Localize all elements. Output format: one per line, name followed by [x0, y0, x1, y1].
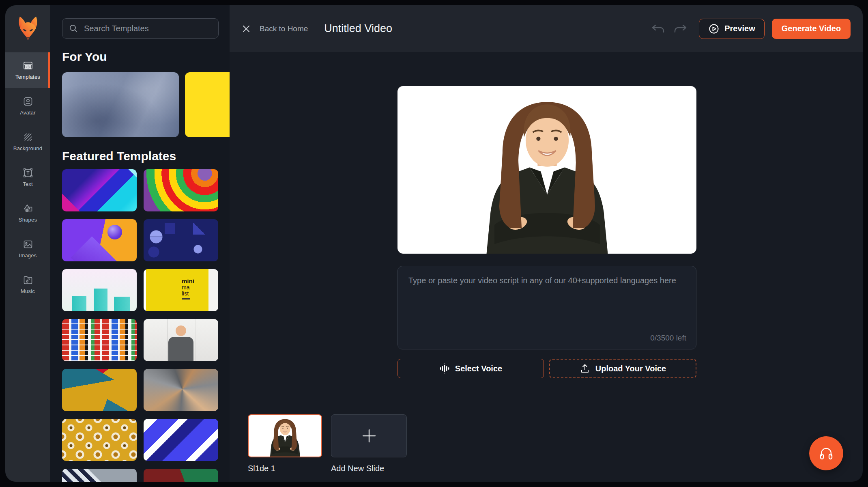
video-title[interactable]: Untitled Video [324, 22, 392, 35]
sidebar-item-shapes[interactable]: Shapes [5, 195, 50, 231]
slide-1-thumbnail[interactable] [248, 414, 322, 457]
template-thumbnail-yellow-fold[interactable] [185, 72, 230, 137]
template-thumbnail-rainbow-arcs[interactable] [144, 169, 218, 211]
for-you-row [62, 72, 230, 137]
search-icon [69, 24, 78, 33]
undo-icon[interactable] [651, 23, 666, 35]
app-logo[interactable] [5, 5, 50, 52]
template-thumbnail-navy-shapes[interactable] [144, 219, 218, 261]
waveform-icon [439, 363, 450, 374]
back-to-home-link[interactable]: Back to Home [260, 24, 308, 33]
plus-icon [360, 427, 378, 445]
search-box [62, 18, 219, 39]
upload-voice-label: Upload Your Voice [595, 364, 666, 373]
shapes-icon [23, 203, 33, 214]
template-thumbnail-presenter-photo[interactable] [144, 319, 218, 361]
slide-item: Sl1de 1 [248, 414, 322, 473]
sidebar-item-label: Music [21, 288, 35, 294]
main-area: Back to Home Untitled Video Preview Gene… [230, 5, 863, 482]
play-circle-icon [708, 23, 720, 34]
featured-title: Featured Templates [62, 149, 176, 163]
sidebar-item-label: Templates [15, 74, 40, 80]
topbar-actions: Preview Generate Video [651, 19, 851, 39]
fox-logo-icon [17, 16, 39, 41]
upload-icon [580, 363, 590, 374]
script-input[interactable] [398, 266, 696, 349]
template-thumbnail-color-bricks[interactable] [62, 319, 137, 361]
sidebar-item-background[interactable]: Background [5, 124, 50, 159]
sidebar-item-label: Background [13, 145, 42, 151]
close-icon[interactable] [242, 24, 251, 33]
images-icon [23, 239, 33, 250]
select-voice-label: Select Voice [455, 364, 502, 373]
sidebar-item-music[interactable]: Music [5, 267, 50, 302]
generate-video-button[interactable]: Generate Video [772, 19, 851, 39]
slide-avatar-image [256, 415, 315, 457]
preview-button[interactable]: Preview [699, 19, 765, 39]
script-box: 0/3500 left [397, 266, 696, 349]
for-you-title: For You [62, 50, 107, 64]
text-icon [23, 168, 33, 178]
sidebar-item-label: Avatar [20, 110, 36, 116]
add-new-slide-label: Add New Slide [331, 464, 407, 473]
sidebar: Templates Avatar Background [5, 5, 50, 482]
sidebar-item-label: Images [19, 252, 37, 259]
music-icon [23, 275, 33, 285]
template-thumbnail-blue-diagonals[interactable] [144, 419, 218, 461]
support-button[interactable] [809, 436, 843, 470]
add-new-slide-button[interactable] [331, 414, 407, 457]
select-voice-button[interactable]: Select Voice [397, 359, 544, 378]
sidebar-item-images[interactable]: Images [5, 231, 50, 267]
upload-voice-button[interactable]: Upload Your Voice [549, 359, 696, 378]
redo-icon[interactable] [673, 23, 688, 35]
template-thumbnail-geometric-gradient[interactable] [62, 169, 137, 211]
sidebar-item-label: Shapes [19, 217, 37, 223]
avatar-icon [23, 96, 33, 107]
voice-row: Select Voice Upload Your Voice [397, 359, 696, 378]
avatar-canvas[interactable] [397, 86, 696, 254]
avatar-woman-image [428, 86, 667, 254]
template-thumbnail-arabesque-pattern[interactable] [62, 419, 137, 461]
slides-row: Sl1de 1 Add New Slide [248, 414, 407, 473]
template-thumbnail-purple-3d[interactable] [62, 219, 137, 261]
topbar: Back to Home Untitled Video Preview Gene… [230, 5, 863, 52]
template-thumbnail-striped-collage[interactable] [62, 469, 137, 482]
template-thumbnail-teal-buildings[interactable] [62, 269, 137, 311]
template-thumbnail-triangle-mosaic[interactable] [62, 369, 137, 411]
search-input[interactable] [83, 24, 212, 34]
headphones-icon [818, 445, 835, 462]
minimalist-poster-text: mini ma list [182, 278, 194, 297]
add-slide-item: Add New Slide [331, 414, 407, 473]
slide-1-label: Sl1de 1 [248, 464, 322, 473]
templates-panel: For You Featured Templates mini ma list [50, 5, 230, 482]
app-window: Templates Avatar Background [5, 5, 863, 482]
sidebar-item-text[interactable]: Text [5, 159, 50, 195]
background-icon [23, 132, 33, 142]
featured-templates-grid: mini ma list [62, 169, 218, 482]
sidebar-item-templates[interactable]: Templates [5, 52, 50, 88]
template-thumbnail-blue-texture[interactable] [62, 72, 179, 137]
template-thumbnail-metallic-facets[interactable] [144, 369, 218, 411]
templates-icon [23, 60, 33, 71]
sidebar-item-label: Text [23, 181, 33, 187]
sidebar-nav: Templates Avatar Background [5, 52, 50, 302]
template-thumbnail-minimalist-poster[interactable]: mini ma list [144, 269, 218, 311]
template-thumbnail-green-abstract[interactable] [144, 469, 218, 482]
preview-button-label: Preview [724, 24, 755, 33]
generate-button-label: Generate Video [782, 24, 841, 33]
sidebar-item-avatar[interactable]: Avatar [5, 88, 50, 124]
